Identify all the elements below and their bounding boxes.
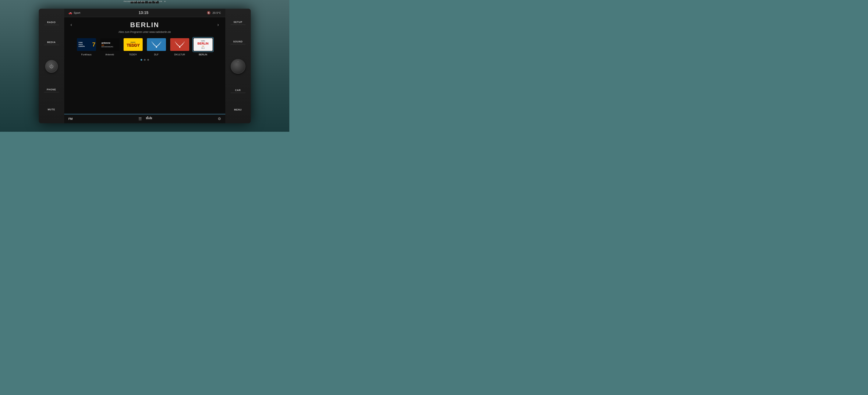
car-button[interactable]: CAR [230,88,245,93]
sound-button[interactable]: SOUND [230,39,245,45]
car-icon: 🚗 [68,11,72,15]
svg-rect-3 [147,116,148,119]
left-controls: RADIO MEDIA ⏻ PHONE MUTE [39,9,64,123]
station-label-funkhaus: Funkhaus [81,53,91,56]
station-logo-teddy: RADIO TEDDY [123,37,144,52]
dlf-logo-inner [147,38,166,51]
station-logo-berlin: radio BERLIN rbb 88,8 [192,37,214,52]
pagination-dots [141,59,149,61]
bottom-icons: ☰ [138,116,152,121]
radio-button[interactable]: RADIO [44,20,59,25]
svg-rect-2 [146,117,147,119]
media-button[interactable]: MEDIA [44,40,59,46]
pagination-dot-1[interactable] [141,59,142,61]
dlf-waves-icon [150,39,163,50]
svg-rect-6 [151,117,152,119]
volume-icon: 🔇 [207,11,211,15]
svg-point-1 [179,47,180,48]
next-station-button[interactable]: › [215,22,221,28]
setup-divider [230,25,245,25]
station-label-teddy: TEDDY [129,53,137,56]
infotainment-unit: RADIO MEDIA ⏻ PHONE MUTE [39,9,251,123]
phone-button[interactable]: PHONE [44,87,59,93]
pagination-dot-2[interactable] [144,59,146,61]
right-controls: SETUP SOUND CAR MENU [225,9,251,123]
antenne-logo-inner: antenne rbb BRANDENBURG [100,38,119,51]
station-item-antenne[interactable]: antenne rbb BRANDENBURG Antennb [99,37,120,56]
band-selector[interactable]: FM [68,117,73,120]
funkhaus-number-icon: 7 [92,41,96,48]
settings-icon[interactable]: ⚙ [218,116,221,121]
station-item-teddy[interactable]: RADIO TEDDY TEDDY [123,37,144,56]
current-station-title: BERLIN [74,21,215,29]
dkultur-waves-icon [174,39,186,50]
status-bar: 🚗 Sport 13:15 🔇 20.5°C [64,9,225,17]
station-logo-dkultur [169,37,190,52]
drive-mode: Sport [74,11,80,15]
station-label-berlin: BERLIN [199,53,207,56]
station-item-funkhaus[interactable]: FUNK HAUS EUROPA 7 Funkhaus [76,37,97,56]
station-item-dlf[interactable]: DLF [146,37,167,56]
phone-divider [44,92,59,92]
dashboard: PASSENGER AIR BAG OFF ✕⚑ ON ⊗ RADIO MEDI… [0,0,289,132]
svg-rect-4 [149,117,149,119]
station-logo-dlf [146,37,167,52]
stations-grid: FUNK HAUS EUROPA 7 Funkhaus [68,36,221,57]
svg-point-0 [156,47,157,48]
power-icon: ⏻ [50,64,54,69]
bottom-bar: FM ☰ ⚙ [64,114,225,123]
list-icon[interactable]: ☰ [138,116,142,121]
volume-knob[interactable] [230,59,245,74]
station-label-dkultur: DKULTUR [174,53,185,56]
menu-button[interactable]: MENU [234,108,242,112]
station-item-dkultur[interactable]: DKULTUR [169,37,190,56]
mute-button[interactable]: MUTE [48,107,55,112]
berlin-logo-inner: radio BERLIN rbb 88,8 [193,38,213,51]
station-logo-antenne: antenne rbb BRANDENBURG [99,37,120,52]
equalizer-icon[interactable] [146,116,152,121]
station-logo-funkhaus: FUNK HAUS EUROPA 7 [76,37,97,52]
power-button[interactable]: ⏻ [45,60,58,73]
station-title-row: ‹ BERLIN › [68,19,221,31]
station-label-dlf: DLF [154,53,159,56]
status-left: 🚗 Sport [68,11,80,15]
main-content: ‹ BERLIN › Alles zum Programm unter www.… [64,17,225,114]
airbag-label: PASSENGER AIR BAG OFF ✕⚑ ON ⊗ [124,0,165,2]
clock: 13:15 [138,10,148,15]
dkultur-logo-inner [170,38,189,51]
prev-station-button[interactable]: ‹ [68,22,74,28]
station-subtitle: Alles zum Programm unter www.radioberlin… [119,31,171,33]
teddy-logo-inner: RADIO TEDDY [124,38,143,51]
temperature: 20.5°C [213,11,221,15]
funkhaus-logo-inner: FUNK HAUS EUROPA 7 [77,38,96,51]
status-right: 🔇 20.5°C [207,11,221,15]
station-item-berlin[interactable]: radio BERLIN rbb 88,8 BERLIN [192,37,214,56]
station-label-antenne: Antennb [105,53,114,56]
pagination-dot-3[interactable] [147,59,149,61]
svg-rect-5 [150,117,151,119]
screen: 🚗 Sport 13:15 🔇 20.5°C ‹ BERLIN › A [64,9,225,123]
setup-button[interactable]: SETUP [230,20,245,25]
